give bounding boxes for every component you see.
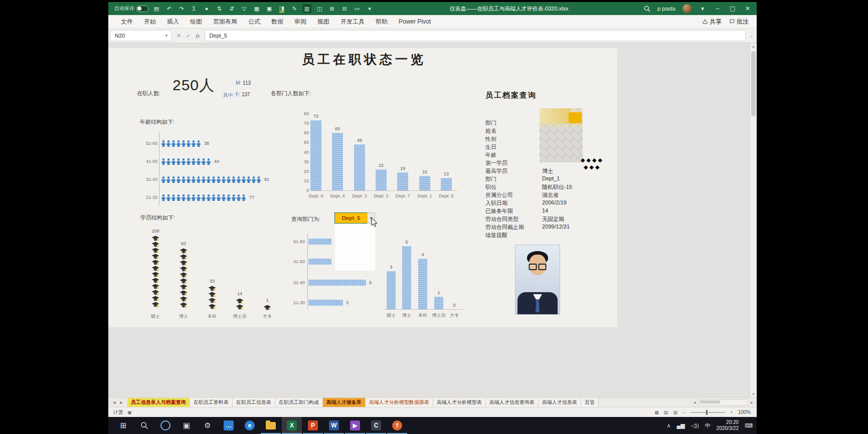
sheet-tab-8[interactable]: 高端人才信息查询表 xyxy=(486,398,539,407)
sheet-tab-6[interactable]: 高端人才分析模型数据源表 xyxy=(366,398,433,407)
sheet-tab-5[interactable]: 高端人才储备库 xyxy=(323,398,366,407)
user-name[interactable]: p pasta xyxy=(657,6,675,12)
normal-view-icon[interactable]: ▦ xyxy=(654,410,659,415)
minimize-button[interactable]: – xyxy=(714,5,722,12)
arrange-windows-icon[interactable]: ⊟ xyxy=(340,4,349,13)
ime-indicator[interactable]: 中 xyxy=(705,422,711,429)
tabs-scroll-left-icon[interactable]: ◄ xyxy=(112,400,116,405)
macro-record-icon[interactable]: ▣ xyxy=(127,410,132,415)
zoom-slider[interactable] xyxy=(690,412,725,413)
comments-button[interactable]: 批注 xyxy=(730,18,749,26)
merge-cells-icon[interactable]: ▣ xyxy=(265,4,274,13)
qat-customize-icon[interactable]: ▾ xyxy=(365,4,374,13)
sheet-tab-9[interactable]: 高端人才信息表 xyxy=(539,398,581,407)
ribbon-tab-8[interactable]: 审阅 xyxy=(289,16,312,28)
ribbon-tab-1[interactable]: 文件 xyxy=(115,16,138,28)
sheet-tab-2[interactable]: 在职员工资料表 xyxy=(190,398,233,407)
undo-icon[interactable]: ↶ xyxy=(164,4,173,13)
volume-icon[interactable]: ◁)) xyxy=(691,422,699,429)
ribbon-tab-3[interactable]: 插入 xyxy=(161,16,185,28)
start-button[interactable]: ⊞ xyxy=(113,417,133,434)
freeze-panes-icon[interactable]: ◫ xyxy=(315,4,324,13)
sort-asc-icon[interactable]: ⇅ xyxy=(215,4,224,13)
ribbon-tab-5[interactable]: 页面布局 xyxy=(208,16,243,28)
edge-icon[interactable]: e xyxy=(240,417,260,434)
scroll-up-icon[interactable]: ▲ xyxy=(750,43,757,50)
file-explorer-icon[interactable] xyxy=(261,417,281,434)
taskbar-clock[interactable]: 20:20 2020/3/22 xyxy=(717,419,739,431)
namebox-dropdown-icon[interactable]: ▼ xyxy=(164,34,171,38)
touch-keyboard-icon[interactable]: ⌨ xyxy=(745,422,753,429)
save-icon[interactable]: ▤ xyxy=(152,4,161,13)
search-icon[interactable] xyxy=(134,417,154,434)
vertical-scrollbar[interactable]: ▲ ▼ xyxy=(750,43,757,397)
close-button[interactable]: ✕ xyxy=(744,5,752,12)
ribbon-tab-2[interactable]: 开始 xyxy=(138,16,161,28)
new-window-icon[interactable]: ⊞ xyxy=(327,4,336,13)
autosum-icon[interactable]: Σ xyxy=(190,4,199,13)
autosave-toggle[interactable]: 自动保存 xyxy=(114,5,148,12)
zoom-level[interactable]: 100% xyxy=(738,409,751,415)
redo-icon[interactable]: ↷ xyxy=(177,4,186,13)
user-avatar[interactable] xyxy=(682,4,691,13)
ribbon-tab-7[interactable]: 数据 xyxy=(266,16,289,28)
name-box[interactable]: N20 ▼ xyxy=(110,30,171,41)
zoom-in-icon[interactable]: + xyxy=(730,410,733,415)
sheet-tab-1[interactable]: 员工信息录入与档案查询 xyxy=(127,398,190,407)
formula-input[interactable]: Dept_5 xyxy=(205,30,746,41)
ribbon-tab-4[interactable]: 绘图 xyxy=(185,16,208,28)
ribbon-tab-11[interactable]: 帮助 xyxy=(370,16,393,28)
scroll-down-icon[interactable]: ▼ xyxy=(750,391,757,397)
borders-icon[interactable]: ▦ xyxy=(252,4,261,13)
word-icon[interactable]: W xyxy=(324,417,344,434)
sheet-tab-3[interactable]: 在职员工信息表 xyxy=(233,398,275,407)
firefox-icon[interactable]: f xyxy=(387,417,407,434)
sheet-tab-10[interactable]: 页管 xyxy=(581,398,599,407)
cortana-icon[interactable] xyxy=(155,417,176,434)
ribbon-tab-9[interactable]: 视图 xyxy=(312,16,335,28)
formula-enter-icon[interactable]: ✓ xyxy=(186,33,191,39)
ribbon-tab-12[interactable]: Power Pivot xyxy=(393,16,436,27)
tabs-scroll-right-icon[interactable]: ► xyxy=(119,400,123,405)
formula-cancel-icon[interactable]: ✕ xyxy=(177,33,181,39)
age-row-icons xyxy=(161,140,201,147)
zoom-out-icon[interactable]: − xyxy=(682,410,685,415)
fill-color-icon[interactable]: ◨ xyxy=(277,4,286,13)
page-layout-view-icon[interactable]: ▤ xyxy=(664,410,668,415)
switch-window-icon[interactable]: ▭ xyxy=(353,4,362,13)
ribbon-display-options-icon[interactable]: ▾ xyxy=(699,5,707,12)
query-dept-edu-chart: 3硕士5博士4本科1博士后0大专 xyxy=(379,236,469,319)
hscroll-left-icon[interactable]: ◄ xyxy=(692,400,697,405)
c-app-icon[interactable]: C xyxy=(366,417,386,434)
media-player-icon[interactable]: ▶ xyxy=(345,417,365,434)
network-icon[interactable]: ▄▆ xyxy=(677,422,685,429)
chat-icon[interactable]: … xyxy=(219,417,239,434)
sheet-tab-7[interactable]: 高端人才分析模型表 xyxy=(433,398,486,407)
search-icon[interactable] xyxy=(644,6,650,12)
task-view-icon[interactable]: ▣ xyxy=(177,417,197,434)
share-button[interactable]: 共享 xyxy=(703,18,722,26)
powerpoint-icon[interactable]: P xyxy=(303,417,323,434)
hidden-icons-chevron-icon[interactable]: ∧ xyxy=(666,422,670,429)
dept-select-dropdown[interactable]: Dept_5 xyxy=(334,212,368,224)
insert-function-icon[interactable]: fx xyxy=(196,33,200,39)
filter-icon[interactable]: ▽ xyxy=(240,4,249,13)
maximize-button[interactable]: ▢ xyxy=(729,5,737,12)
ribbon-tab-10[interactable]: 开发工具 xyxy=(335,16,370,28)
hscroll-right-icon[interactable]: ► xyxy=(750,400,754,405)
formula-bar-expand-icon[interactable]: ⌄ xyxy=(746,33,757,38)
worksheet-area[interactable]: 员工在职状态一览 在职人数: 250人 其中: M:113 F:137 各部门人… xyxy=(108,43,757,397)
sheet-tab-4[interactable]: 在职员工部门构成 xyxy=(275,398,323,407)
format-painter-icon[interactable]: ✎ xyxy=(290,4,299,13)
sort-desc-icon[interactable]: ⇵ xyxy=(227,4,236,13)
gridlines-toggle-icon[interactable]: ▥ xyxy=(302,4,311,13)
settings-icon[interactable]: ⚙ xyxy=(198,417,218,434)
ribbon-tab-6[interactable]: 公式 xyxy=(243,16,266,28)
horizontal-scrollbar[interactable]: ◄ ► xyxy=(689,398,757,407)
fill-circle-icon[interactable]: ● xyxy=(202,4,211,13)
excel-icon[interactable]: X xyxy=(282,417,302,434)
horizontal-scroll-thumb[interactable] xyxy=(700,400,720,403)
vertical-scroll-thumb[interactable] xyxy=(751,51,756,116)
page-break-view-icon[interactable]: ▥ xyxy=(673,410,677,415)
zoom-slider-thumb[interactable] xyxy=(706,410,708,415)
